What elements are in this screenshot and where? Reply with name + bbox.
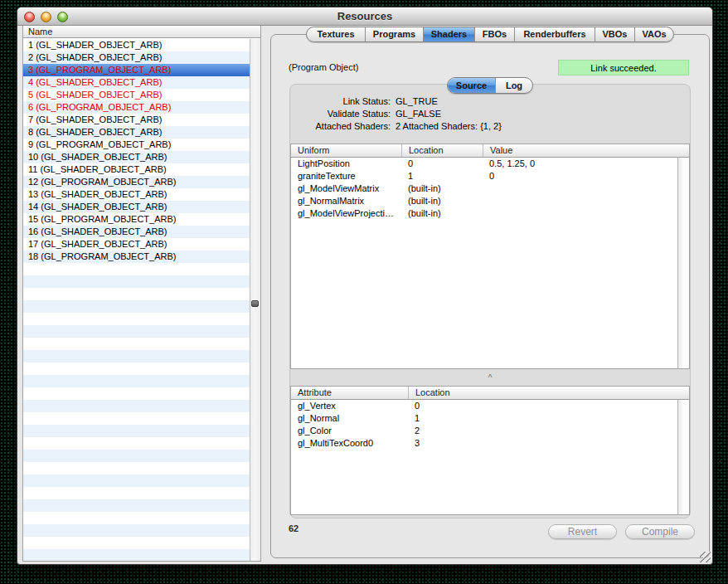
uniform-col-header[interactable]: Uniform	[291, 144, 401, 157]
revert-button[interactable]: Revert	[548, 524, 617, 539]
list-item[interactable]: 13 (GL_SHADER_OBJECT_ARB)	[23, 188, 260, 201]
list-item-label: 13 (GL_SHADER_OBJECT_ARB)	[28, 189, 167, 199]
list-item-label: 14 (GL_SHADER_OBJECT_ARB)	[28, 202, 167, 212]
uniform-name-cell: graniteTexture	[291, 170, 401, 182]
resource-tab[interactable]: Renderbuffers	[514, 27, 595, 41]
list-item[interactable]: 7 (GL_SHADER_OBJECT_ARB)	[23, 114, 260, 126]
resource-tab[interactable]: Shaders	[423, 27, 474, 41]
list-item[interactable]: 16 (GL_SHADER_OBJECT_ARB)	[23, 226, 260, 238]
info-value: GL_TRUE	[396, 95, 438, 108]
list-item-label: 3 (GL_PROGRAM_OBJECT_ARB)	[28, 65, 171, 75]
list-item[interactable]: 8 (GL_SHADER_OBJECT_ARB)	[23, 126, 260, 139]
table-row[interactable]: gl_MultiTexCoord0 3	[291, 437, 677, 450]
close-button[interactable]	[24, 12, 35, 22]
subtab-segment[interactable]: Source	[448, 78, 495, 93]
resource-type-tabs: Textures Programs Shaders FBOs Renderbuf…	[306, 27, 674, 42]
location-cell: 0	[408, 400, 677, 412]
resource-tab[interactable]: Programs	[365, 27, 423, 41]
location-cell: 3	[408, 437, 677, 450]
link-status-badge: Link succeeded.	[558, 60, 689, 75]
list-item[interactable]: 12 (GL_PROGRAM_OBJECT_ARB)	[23, 176, 260, 188]
table-row[interactable]: LightPosition 0 0.5, 1.25, 0	[291, 158, 677, 170]
resource-list-rows: 1 (GL_SHADER_OBJECT_ARB) 2 (GL_SHADER_OB…	[23, 39, 260, 561]
table-row[interactable]: graniteTexture 1 0	[291, 170, 677, 182]
resource-tab[interactable]: VBOs	[595, 27, 634, 41]
value-cell: 0	[483, 170, 677, 182]
location-col-header[interactable]: Location	[401, 144, 483, 157]
list-item[interactable]: 14 (GL_SHADER_OBJECT_ARB)	[23, 201, 260, 213]
list-item-label: 1 (GL_SHADER_OBJECT_ARB)	[28, 40, 162, 50]
uniform-table-scrollbar[interactable]	[677, 158, 689, 368]
resources-window: Resources Name 1 (GL_SHADER_OBJECT_ARB) …	[17, 7, 713, 565]
uniform-table-header: Uniform Location Value	[291, 144, 689, 158]
attribute-col-header[interactable]: Attribute	[291, 387, 408, 399]
table-row[interactable]: gl_ModelViewMatrix (built-in)	[291, 182, 677, 195]
resource-tab[interactable]: Textures	[307, 27, 365, 41]
compile-button[interactable]: Compile	[625, 524, 695, 539]
attribute-name-cell: gl_Vertex	[291, 400, 408, 412]
table-row[interactable]: gl_ModelViewProjecti… (built-in)	[291, 207, 677, 220]
uniform-name-cell: LightPosition	[291, 158, 401, 170]
resize-grip-icon[interactable]	[700, 552, 711, 562]
info-label: Attached Shaders:	[299, 120, 391, 133]
list-item-label: 18 (GL_PROGRAM_OBJECT_ARB)	[28, 251, 177, 261]
resource-tab[interactable]: VAOs	[634, 27, 673, 41]
list-item[interactable]: 17 (GL_SHADER_OBJECT_ARB)	[23, 238, 260, 251]
list-item-label: 2 (GL_SHADER_OBJECT_ARB)	[28, 52, 162, 62]
value-col-header[interactable]: Value	[483, 144, 689, 157]
info-value: 2 Attached Shaders: {1, 2}	[396, 120, 502, 133]
splitter-handle[interactable]: ^	[482, 373, 498, 383]
list-item[interactable]: 1 (GL_SHADER_OBJECT_ARB)	[23, 39, 260, 51]
info-value: GL_FALSE	[396, 108, 441, 120]
program-info: Link Status: GL_TRUE Validate Status: GL…	[299, 95, 502, 133]
title-bar[interactable]: Resources	[17, 7, 712, 26]
source-log-segmented-control: Source Log	[447, 77, 533, 94]
location-cell: (built-in)	[401, 207, 483, 220]
list-item-label: 11 (GL_SHADER_OBJECT_ARB)	[28, 164, 167, 174]
list-item[interactable]: 2 (GL_SHADER_OBJECT_ARB)	[23, 51, 260, 64]
list-item[interactable]: 18 (GL_PROGRAM_OBJECT_ARB)	[23, 251, 260, 263]
list-item-label: 10 (GL_SHADER_OBJECT_ARB)	[28, 152, 167, 162]
list-scrollbar[interactable]	[250, 39, 260, 561]
minimize-button[interactable]	[41, 12, 51, 22]
table-row[interactable]: gl_Vertex 0	[291, 400, 677, 412]
location-cell: (built-in)	[401, 195, 483, 207]
list-item[interactable]: 11 (GL_SHADER_OBJECT_ARB)	[23, 163, 260, 176]
zoom-button[interactable]	[57, 12, 68, 22]
location-col-header[interactable]: Location	[408, 387, 689, 399]
attribute-name-cell: gl_MultiTexCoord0	[291, 437, 408, 450]
list-item[interactable]: 4 (GL_SHADER_OBJECT_ARB)	[23, 76, 260, 89]
object-count-label: 62	[289, 523, 298, 533]
list-item[interactable]: 5 (GL_SHADER_OBJECT_ARB)	[23, 89, 260, 101]
location-cell: 2	[408, 425, 677, 437]
list-item[interactable]: 15 (GL_PROGRAM_OBJECT_ARB)	[23, 213, 260, 226]
list-item[interactable]: 10 (GL_SHADER_OBJECT_ARB)	[23, 151, 260, 163]
list-item[interactable]: 3 (GL_PROGRAM_OBJECT_ARB)	[23, 64, 260, 76]
uniform-name-cell: gl_ModelViewMatrix	[291, 182, 401, 195]
list-column-header-name[interactable]: Name	[23, 26, 260, 38]
attribute-name-cell: gl_Normal	[291, 412, 408, 425]
subtab-segment[interactable]: Log	[495, 78, 532, 93]
object-type-label: (Program Object)	[289, 62, 358, 72]
location-cell: 0	[401, 158, 483, 170]
list-item[interactable]: 9 (GL_PROGRAM_OBJECT_ARB)	[23, 139, 260, 151]
location-cell: 1	[408, 412, 677, 425]
attribute-table-body: gl_Vertex 0 gl_Normal 1 gl_Color 2 gl_Mu…	[291, 400, 677, 514]
info-label: Link Status:	[299, 95, 391, 108]
list-item-label: 7 (GL_SHADER_OBJECT_ARB)	[28, 114, 162, 124]
list-scrollbar-knob[interactable]	[251, 300, 259, 307]
uniform-table: Uniform Location Value LightPosition 0 0…	[290, 144, 690, 369]
value-cell	[483, 182, 677, 195]
table-row[interactable]: gl_Color 2	[291, 425, 677, 437]
attribute-table: Attribute Location gl_Vertex 0 gl_Normal…	[290, 386, 690, 515]
collapse-chevron-icon: ^	[488, 373, 493, 382]
value-cell	[483, 207, 677, 220]
table-row[interactable]: gl_NormalMatrix (built-in)	[291, 195, 677, 207]
uniform-name-cell: gl_ModelViewProjecti…	[291, 207, 401, 220]
list-item[interactable]: 6 (GL_PROGRAM_OBJECT_ARB)	[23, 101, 260, 114]
resource-tab[interactable]: FBOs	[474, 27, 514, 41]
list-item-label: 8 (GL_SHADER_OBJECT_ARB)	[28, 127, 162, 137]
attribute-table-scrollbar[interactable]	[677, 400, 689, 514]
table-row[interactable]: gl_Normal 1	[291, 412, 677, 425]
info-row: Link Status: GL_TRUE	[299, 95, 502, 108]
